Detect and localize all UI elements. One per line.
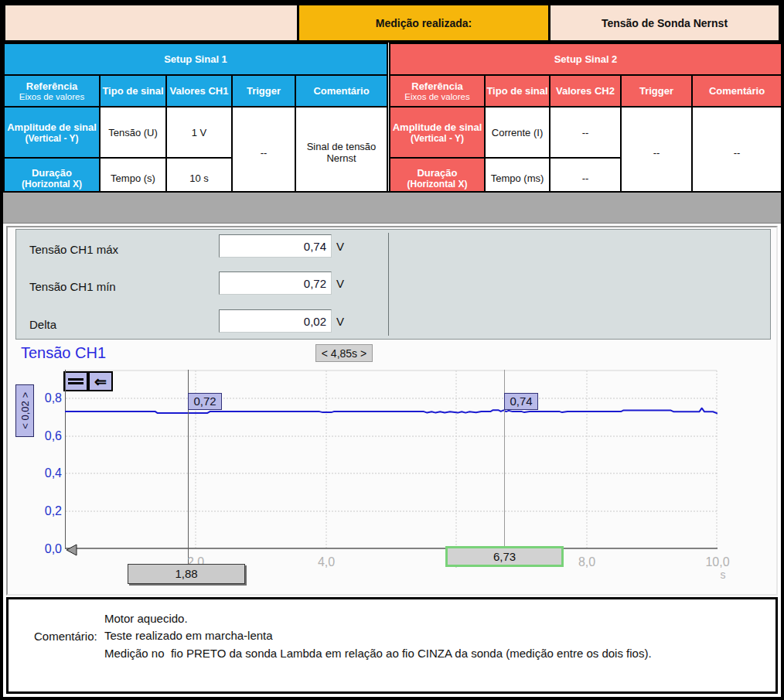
setup-sinal-1-table: Setup Sinal 1 ReferênciaEixos de valores… bbox=[3, 43, 388, 199]
comment-line: Medição no fio PRETO da sonda Lambda em … bbox=[104, 647, 652, 660]
chart-title: Tensão CH1 bbox=[21, 344, 106, 362]
measurement-name-cell: Tensão de Sonda Nernst bbox=[548, 3, 781, 43]
report-window: Medição realizada: Tensão de Sonda Nerns… bbox=[0, 0, 784, 700]
setup1-trigger-value: -- bbox=[232, 107, 295, 198]
setup1-col-referencia: ReferênciaEixos de valores bbox=[4, 75, 100, 107]
comment-line: Teste realizado em marcha-lenta bbox=[104, 629, 273, 642]
divider-bar bbox=[3, 191, 781, 224]
setup2-col-valores: Valores CH2 bbox=[550, 75, 621, 107]
delta-label: Delta bbox=[29, 318, 207, 333]
ch1-max-unit: V bbox=[336, 240, 355, 253]
comment-line: Motor aquecido. bbox=[104, 612, 188, 625]
ch1-min-field[interactable]: 0,72 bbox=[219, 271, 332, 295]
y-tick-3: 0,6 bbox=[34, 429, 62, 443]
x-tick-3: 8,0 bbox=[571, 555, 602, 569]
setup2-amplitude-tipo: Corrente (I) bbox=[485, 107, 550, 158]
setup2-col-trigger: Trigger bbox=[621, 75, 692, 107]
cursor-1-value-box[interactable]: 0,72 bbox=[188, 393, 222, 410]
cursor-2-time-box[interactable]: 6,73 bbox=[445, 546, 564, 567]
setup2-amplitude-valor: -- bbox=[550, 107, 621, 158]
cursor-2-value-box[interactable]: 0,74 bbox=[504, 393, 538, 410]
cursor-delta-value-readout: < 0,02 > bbox=[15, 384, 34, 437]
setup1-col-valores: Valores CH1 bbox=[166, 75, 232, 107]
x-tick-4: 10,0 bbox=[702, 555, 733, 569]
x-axis-unit: s bbox=[711, 569, 735, 581]
ch1-min-unit: V bbox=[336, 277, 355, 290]
setup-sinal-2-table: Setup Sinal 2 ReferênciaEixos de valores… bbox=[389, 43, 782, 199]
zero-level-marker-icon[interactable] bbox=[66, 544, 78, 556]
x-tick-1: 4,0 bbox=[311, 555, 342, 569]
measurement-panel-divider bbox=[388, 233, 389, 336]
setup1-amplitude-ref: Amplitude de sinal(Vertical - Y) bbox=[4, 107, 100, 158]
cursor-1-time-box[interactable]: 1,88 bbox=[128, 564, 245, 584]
header-empty-cell bbox=[3, 3, 299, 43]
ch1-min-label: Tensão CH1 mín bbox=[29, 280, 207, 295]
setup2-col-referencia: ReferênciaEixos de valores bbox=[390, 75, 485, 107]
setup2-comentario-value: -- bbox=[692, 107, 782, 198]
y-tick-1: 0,2 bbox=[34, 504, 62, 518]
ch1-max-label: Tensão CH1 máx bbox=[29, 243, 207, 258]
y-tick-0: 0,0 bbox=[34, 542, 62, 556]
setup2-col-comentario: Comentário bbox=[692, 75, 782, 107]
signal-plot bbox=[65, 370, 718, 549]
measurement-performed-label: Medição realizada: bbox=[297, 3, 551, 43]
setup1-amplitude-valor: 1 V bbox=[166, 107, 232, 158]
cursor-delta-time-readout: < 4,85s > bbox=[315, 344, 373, 362]
comment-label: Comentário: bbox=[34, 630, 97, 643]
setup2-trigger-value: -- bbox=[621, 107, 692, 198]
setup1-col-tipo: Tipo de sinal bbox=[100, 75, 166, 107]
y-tick-2: 0,4 bbox=[34, 466, 62, 480]
setup1-col-trigger: Trigger bbox=[232, 75, 295, 107]
setup1-title: Setup Sinal 1 bbox=[4, 43, 387, 75]
delta-field[interactable]: 0,02 bbox=[219, 309, 332, 333]
setup2-col-tipo: Tipo de sinal bbox=[485, 75, 550, 107]
setup1-col-comentario: Comentário bbox=[295, 75, 387, 107]
ch1-max-field[interactable]: 0,74 bbox=[219, 234, 332, 258]
y-tick-4: 0,8 bbox=[34, 391, 62, 405]
setup2-title: Setup Sinal 2 bbox=[390, 43, 782, 75]
setup1-amplitude-tipo: Tensão (U) bbox=[100, 107, 166, 158]
delta-unit: V bbox=[336, 315, 355, 328]
setup1-comentario-value: Sinal de tensãoNernst bbox=[295, 107, 387, 198]
setup2-amplitude-ref: Amplitude de sinal(Vertical - Y) bbox=[390, 107, 485, 158]
